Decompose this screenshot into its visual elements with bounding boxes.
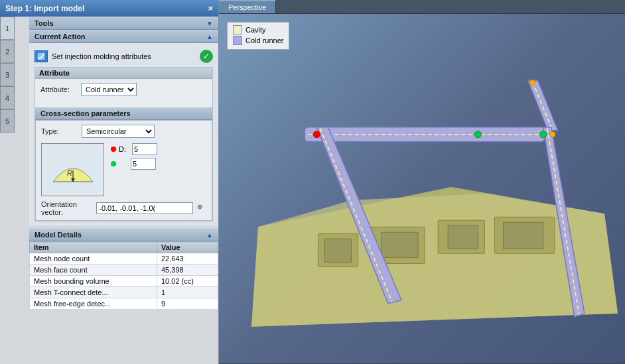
type-row: Type: Semicircular Circular Rectangular … (41, 125, 206, 138)
perspective-tab[interactable]: Perspective (219, 0, 276, 13)
orientation-input[interactable] (96, 202, 193, 214)
type-label: Type: (41, 127, 78, 135)
attribute-section: Attribute Attribute: Cold runner Cavity … (35, 67, 213, 221)
col-value: Value (157, 242, 218, 253)
check-circle: ✓ (200, 50, 213, 63)
step-4[interactable]: 4 (0, 86, 15, 109)
table-row: Mesh face count45,398 (30, 265, 218, 276)
panel-title-bar: Step 1: Import model × (0, 0, 218, 17)
svg-marker-20 (528, 80, 558, 130)
current-action-header[interactable]: Current Action ▲ (29, 30, 218, 43)
attribute-header: Attribute (35, 68, 212, 79)
model-details-label: Model Details (35, 231, 82, 239)
details-table: Item Value Mesh node count22,643Mesh fac… (29, 241, 218, 310)
legend-cold-runner-label: Cold runner (245, 36, 283, 44)
orientation-icon[interactable]: ⊕ (197, 203, 206, 213)
legend-cavity: Cavity (233, 25, 283, 34)
step-1[interactable]: 1 (0, 17, 15, 40)
svg-rect-15 (503, 222, 543, 249)
table-cell-item: Mesh T-connect dete... (30, 287, 157, 298)
tools-chevron: ▼ (206, 20, 213, 27)
legend-cold-runner-color (233, 36, 242, 45)
model-details-chevron: ▲ (206, 231, 213, 239)
panel-title: Step 1: Import model (5, 4, 84, 13)
table-cell-value: 22,643 (157, 253, 218, 265)
svg-point-26 (474, 131, 481, 138)
svg-text:R: R (67, 169, 72, 177)
table-cell-value: 9 (157, 298, 218, 310)
d1-input[interactable] (132, 143, 157, 155)
d2-input[interactable] (131, 158, 156, 170)
model-details-body: Item Value Mesh node count22,643Mesh fac… (29, 241, 218, 310)
scene-svg (219, 14, 625, 363)
attribute-inner: Attribute: Cold runner Cavity Hot runner… (35, 79, 212, 103)
table-row: Mesh free-edge detec...9 (30, 298, 218, 310)
model-details-header[interactable]: Model Details ▲ (29, 228, 218, 241)
type-select[interactable]: Semicircular Circular Rectangular Trapez… (82, 125, 155, 138)
orientation-row: Orientation vector: ⊕ (41, 200, 206, 216)
current-action-section: Current Action ▲ Set injection molding a… (29, 30, 218, 225)
table-row: Mesh T-connect dete...1 (30, 287, 218, 298)
step-2[interactable]: 2 (0, 40, 15, 63)
check-mark: ✓ (203, 52, 210, 61)
details-table-body: Mesh node count22,643Mesh face count45,3… (30, 253, 218, 310)
dim-row-1: D: (111, 143, 157, 155)
tools-section: Tools ▼ (29, 17, 218, 30)
cross-preview-row: R D: (41, 143, 206, 196)
legend: Cavity Cold runner (227, 22, 289, 50)
dim-row-2 (111, 158, 157, 170)
viewport-tab-bar: Perspective (219, 0, 625, 14)
cross-section-svg: R (43, 145, 103, 195)
table-cell-item: Mesh node count (30, 253, 157, 265)
current-action-chevron: ▲ (206, 33, 213, 40)
step-3[interactable]: 3 (0, 63, 15, 86)
svg-rect-12 (324, 239, 351, 262)
table-cell-value: 10.02 (cc) (157, 276, 218, 287)
legend-cavity-color (233, 25, 242, 34)
panel-content: Tools ▼ Current Action ▲ (29, 17, 218, 364)
d-label: D: (119, 145, 129, 153)
current-action-label: Current Action (35, 32, 86, 40)
attribute-form-label: Attribute: (40, 86, 77, 93)
cross-section-body: Type: Semicircular Circular Rectangular … (35, 120, 212, 221)
svg-point-24 (313, 131, 320, 138)
cross-section-header: Cross-section parameters (35, 107, 212, 120)
cross-section-label: Cross-section parameters (40, 109, 131, 117)
step-numbers: 1 2 3 4 5 (0, 17, 15, 364)
table-cell-item: Mesh free-edge detec... (30, 298, 157, 310)
svg-rect-13 (382, 232, 418, 257)
current-action-body: Set injection molding attributes ✓ Attri… (29, 43, 218, 225)
action-svg-icon (36, 52, 46, 61)
svg-rect-14 (448, 225, 478, 249)
tools-section-header[interactable]: Tools ▼ (29, 17, 218, 30)
close-button[interactable]: × (208, 3, 213, 13)
current-action-row: Set injection molding attributes ✓ (35, 47, 213, 66)
action-icon (35, 50, 48, 62)
legend-cavity-label: Cavity (245, 26, 266, 34)
attribute-header-label: Attribute (39, 69, 70, 77)
table-cell-value: 45,398 (157, 265, 218, 276)
perspective-tab-label: Perspective (228, 3, 266, 11)
table-cell-value: 1 (157, 287, 218, 298)
attribute-select[interactable]: Cold runner Cavity Hot runner Sprue (81, 83, 137, 96)
dim-dot-red (111, 147, 116, 152)
table-row: Mesh node count22,643 (30, 253, 218, 265)
action-label-text: Set injection molding attributes (52, 52, 196, 60)
attribute-form-row: Attribute: Cold runner Cavity Hot runner… (40, 83, 207, 96)
orientation-label: Orientation vector: (41, 200, 92, 216)
svg-point-27 (550, 132, 555, 137)
legend-cold-runner: Cold runner (233, 36, 283, 45)
table-cell-item: Mesh bounding volume (30, 276, 157, 287)
viewport: Perspective (219, 0, 625, 364)
table-row: Mesh bounding volume10.02 (cc) (30, 276, 218, 287)
model-details-section: Model Details ▲ Item Value Mesh node cou… (29, 228, 218, 310)
tools-label: Tools (35, 19, 54, 27)
svg-point-25 (540, 131, 547, 138)
dim-dot-green (111, 161, 116, 166)
details-table-header-row: Item Value (30, 242, 218, 253)
viewport-canvas: Cavity Cold runner (219, 14, 625, 363)
svg-point-28 (530, 80, 535, 85)
step-5[interactable]: 5 (0, 109, 15, 133)
dimension-cols: D: (111, 143, 157, 170)
left-panel: Step 1: Import model × 1 2 3 4 5 Tools ▼ (0, 0, 219, 364)
